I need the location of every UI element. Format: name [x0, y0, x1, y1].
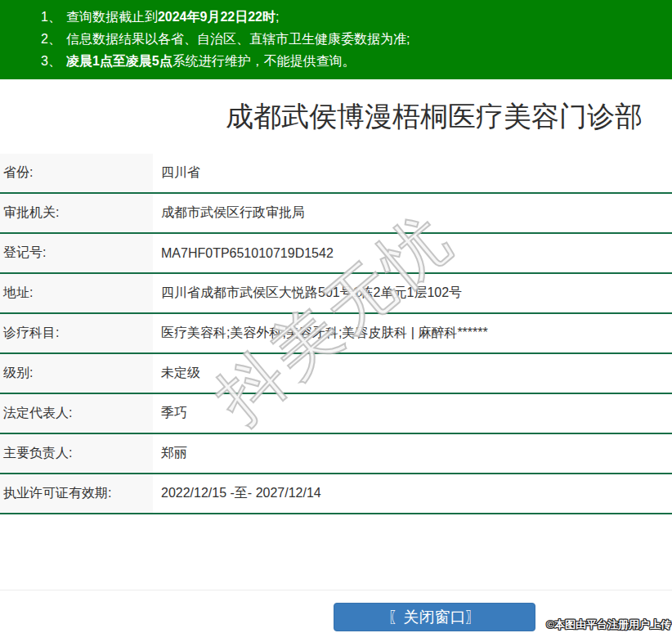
notice-text-bold: 凌晨1点至凌晨5点 [66, 54, 172, 68]
table-row-registration-number: 登记号: MA7HF0TP651010719D1542 [0, 234, 672, 274]
row-value: MA7HF0TP651010719D1542 [153, 234, 672, 272]
table-row-province: 省份: 四川省 [0, 154, 672, 194]
table-row-address: 地址: 四川省成都市武侯区大悦路501号1栋2单元1层102号 [0, 274, 672, 314]
notice-text: 查询数据截止到 [66, 10, 158, 24]
row-value: 2022/12/15 -至- 2027/12/14 [153, 474, 672, 513]
notice-banner: 1、查询数据截止到2024年9月22日22时; 2、信息数据结果以各省、自治区、… [0, 0, 672, 79]
notice-text-bold: 2024年9月22日22时 [158, 10, 276, 24]
table-row-legal-representative: 法定代表人: 季巧 [0, 394, 672, 434]
row-label: 登记号: [0, 234, 153, 272]
notice-line-2: 2、信息数据结果以各省、自治区、直辖市卫生健康委数据为准; [41, 28, 664, 50]
notice-text: 系统进行维护，不能提供查询。 [172, 54, 356, 68]
row-label: 地址: [0, 274, 153, 312]
row-value: 季巧 [153, 394, 672, 433]
table-row-license-validity: 执业许可证有效期: 2022/12/15 -至- 2027/12/14 [0, 474, 672, 514]
title-area: 成都武侯博漫梧桐医疗美容门诊部 [196, 79, 672, 154]
notice-number: 3、 [41, 54, 61, 68]
table-row-level: 级别: 未定级 [0, 354, 672, 394]
table-row-principal: 主要负责人: 郑丽 [0, 434, 672, 474]
table-row-approval-authority: 审批机关: 成都市武侯区行政审批局 [0, 194, 672, 234]
row-value: 未定级 [153, 354, 672, 393]
row-label: 级别: [0, 354, 153, 393]
page-title: 成都武侯博漫梧桐医疗美容门诊部 [226, 98, 643, 136]
row-label: 审批机关: [0, 194, 153, 232]
institution-info-table: 省份: 四川省 审批机关: 成都市武侯区行政审批局 登记号: MA7HF0TP6… [0, 154, 672, 514]
footer-divider [0, 590, 672, 590]
upload-note: ©本图由平台注册用户上传 [546, 617, 671, 632]
row-label: 诊疗科目: [0, 314, 153, 352]
notice-text: 信息数据结果以各省、自治区、直辖市卫生健康委数据为准; [66, 32, 410, 46]
notice-number: 1、 [41, 10, 61, 24]
table-row-treatment-subjects: 诊疗科目: 医疗美容科;美容外科;美容牙科;美容皮肤科 | 麻醉科****** [0, 314, 672, 354]
close-window-button[interactable]: 〖关闭窗口〗 [334, 603, 535, 631]
notice-line-1: 1、查询数据截止到2024年9月22日22时; [41, 6, 664, 28]
row-label: 执业许可证有效期: [0, 474, 153, 513]
row-label: 法定代表人: [0, 394, 153, 433]
row-label: 主要负责人: [0, 434, 153, 473]
notice-text: ; [276, 10, 279, 24]
notice-number: 2、 [41, 32, 61, 46]
row-value: 四川省成都市武侯区大悦路501号1栋2单元1层102号 [153, 274, 672, 312]
row-value: 成都市武侯区行政审批局 [153, 194, 672, 232]
row-value: 医疗美容科;美容外科;美容牙科;美容皮肤科 | 麻醉科****** [153, 314, 672, 352]
row-label: 省份: [0, 154, 153, 192]
notice-line-3: 3、凌晨1点至凌晨5点系统进行维护，不能提供查询。 [41, 50, 664, 72]
row-value: 四川省 [153, 154, 672, 192]
row-value: 郑丽 [153, 434, 672, 473]
